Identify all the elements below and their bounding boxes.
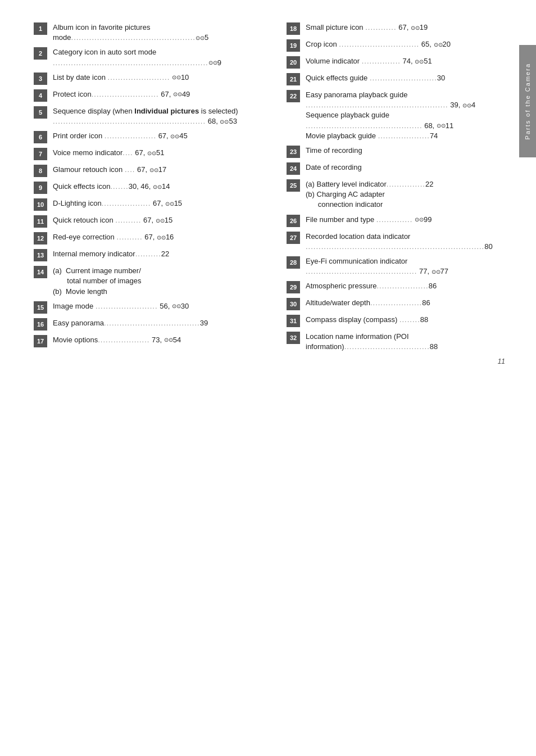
entry-17: 17 Movie options.................... 73,… <box>34 335 275 347</box>
entry-11-text: Quick retouch icon .......... 67, ⊙⊙15 <box>53 215 275 225</box>
badge-28: 28 <box>287 256 300 269</box>
entry-26: 26 File number and type .............. ⊙… <box>287 215 506 227</box>
entry-16-text: Easy panorama...........................… <box>53 318 275 328</box>
right-column: 18 Small picture icon ............ 67, ⊙… <box>287 22 506 357</box>
sidebar-tab: Parts of the Camera <box>519 45 536 157</box>
badge-6: 6 <box>34 131 47 143</box>
badge-25: 25 <box>287 179 300 192</box>
badge-30: 30 <box>287 298 300 310</box>
entry-23-text: Time of recording <box>306 146 506 156</box>
left-column: 1 Album icon in favorite pictures mode..… <box>34 22 275 357</box>
entry-21: 21 Quick effects guide .................… <box>287 73 506 85</box>
badge-17: 17 <box>34 335 47 347</box>
entry-18: 18 Small picture icon ............ 67, ⊙… <box>287 22 506 35</box>
badge-31: 31 <box>287 315 300 327</box>
badge-11: 11 <box>34 215 47 228</box>
entry-2: 2 Category icon in auto sort mode ......… <box>34 47 275 67</box>
entry-28: 28 Eye-Fi communication indicator ......… <box>287 256 506 277</box>
entry-23: 23 Time of recording <box>287 146 506 158</box>
entry-24-text: Date of recording <box>306 162 506 173</box>
entry-10-text: D-Lighting icon................... 67, ⊙… <box>53 198 275 209</box>
badge-4: 4 <box>34 89 47 102</box>
entry-4-text: Protect icon.......................... 6… <box>53 89 275 99</box>
entry-31: 31 Compass display (compass) ........88 <box>287 315 506 327</box>
entry-15: 15 Image mode ........................ 5… <box>34 301 275 314</box>
entry-32-text: Location name information (POI informati… <box>306 332 506 352</box>
entry-22: 22 Easy panorama playback guide ........… <box>287 90 506 141</box>
entry-14: 14 (a) Current image number/ total numbe… <box>34 266 275 297</box>
entry-7-text: Voice memo indicator.... 67, ⊙⊙51 <box>53 148 275 158</box>
entry-24: 24 Date of recording <box>287 162 506 175</box>
entry-2-text: Category icon in auto sort mode ........… <box>53 47 275 67</box>
entry-4: 4 Protect icon..........................… <box>34 89 275 102</box>
badge-1: 1 <box>34 22 47 35</box>
badge-24: 24 <box>287 162 300 175</box>
badge-27: 27 <box>287 232 300 244</box>
entry-20: 20 Volume indicator ............... 74, … <box>287 56 506 69</box>
entry-19: 19 Crop icon ...........................… <box>287 39 506 52</box>
entry-30: 30 Altitude/water depth.................… <box>287 298 506 310</box>
entry-15-text: Image mode ........................ 56, … <box>53 301 275 311</box>
badge-32: 32 <box>287 332 300 344</box>
entry-1: 1 Album icon in favorite pictures mode..… <box>34 22 275 43</box>
entry-31-text: Compass display (compass) ........88 <box>306 315 506 325</box>
badge-9: 9 <box>34 182 47 194</box>
sidebar-tab-label: Parts of the Camera <box>524 63 531 139</box>
entry-5: 5 Sequence display (when Individual pict… <box>34 106 275 126</box>
entry-6: 6 Print order icon .................... … <box>34 131 275 143</box>
badge-5: 5 <box>34 106 47 119</box>
entry-28-text: Eye-Fi communication indicator .........… <box>306 256 506 277</box>
entry-25-text: (a) Battery level indicator.............… <box>306 179 506 210</box>
entry-16: 16 Easy panorama........................… <box>34 318 275 331</box>
badge-3: 3 <box>34 73 47 85</box>
entry-18-text: Small picture icon ............ 67, ⊙⊙19 <box>306 22 506 33</box>
badge-12: 12 <box>34 232 47 245</box>
badge-21: 21 <box>287 73 300 85</box>
entry-10: 10 D-Lighting icon................... 67… <box>34 198 275 211</box>
entry-3-text: List by date icon ......................… <box>53 73 275 83</box>
badge-2: 2 <box>34 47 47 60</box>
entry-25: 25 (a) Battery level indicator..........… <box>287 179 506 210</box>
entry-29: 29 Atmospheric pressure.................… <box>287 281 506 293</box>
badge-18: 18 <box>287 22 300 35</box>
entry-3: 3 List by date icon ....................… <box>34 73 275 85</box>
entry-22-text: Easy panorama playback guide ...........… <box>306 90 506 141</box>
entry-9-text: Quick effects icon.......30, 46, ⊙⊙14 <box>53 182 275 192</box>
entry-6-text: Print order icon .................... 67… <box>53 131 275 141</box>
entry-5-text: Sequence display (when Individual pictur… <box>53 106 275 126</box>
entry-1-text: Album icon in favorite pictures mode....… <box>53 22 275 43</box>
entry-12: 12 Red-eye correction .......... 67, ⊙⊙1… <box>34 232 275 245</box>
entry-14-text: (a) Current image number/ total number o… <box>53 266 275 297</box>
badge-19: 19 <box>287 39 300 52</box>
entry-11: 11 Quick retouch icon .......... 67, ⊙⊙1… <box>34 215 275 228</box>
page-number: 11 <box>498 357 505 365</box>
badge-29: 29 <box>287 281 300 293</box>
badge-7: 7 <box>34 148 47 160</box>
badge-13: 13 <box>34 249 47 261</box>
badge-22: 22 <box>287 90 300 102</box>
badge-15: 15 <box>34 301 47 314</box>
entry-13: 13 Internal memory indicator..........22 <box>34 249 275 261</box>
page-container: 1 Album icon in favorite pictures mode..… <box>0 0 536 379</box>
entry-32: 32 Location name information (POI inform… <box>287 332 506 352</box>
badge-14: 14 <box>34 266 47 278</box>
badge-10: 10 <box>34 198 47 211</box>
badge-8: 8 <box>34 165 47 177</box>
badge-26: 26 <box>287 215 300 227</box>
badge-20: 20 <box>287 56 300 69</box>
entry-12-text: Red-eye correction .......... 67, ⊙⊙16 <box>53 232 275 242</box>
badge-23: 23 <box>287 146 300 158</box>
entry-8-text: Glamour retouch icon .... 67, ⊙⊙17 <box>53 165 275 175</box>
entry-26-text: File number and type .............. ⊙⊙99 <box>306 215 506 225</box>
entry-30-text: Altitude/water depth....................… <box>306 298 506 308</box>
entry-13-text: Internal memory indicator..........22 <box>53 249 275 259</box>
entry-29-text: Atmospheric pressure....................… <box>306 281 506 291</box>
entry-21-text: Quick effects guide ....................… <box>306 73 506 83</box>
badge-16: 16 <box>34 318 47 331</box>
entry-20-text: Volume indicator ............... 74, ⊙⊙5… <box>306 56 506 66</box>
entry-19-text: Crop icon ..............................… <box>306 39 506 49</box>
entry-9: 9 Quick effects icon.......30, 46, ⊙⊙14 <box>34 182 275 194</box>
entry-27-text: Recorded location data indicator .......… <box>306 232 506 252</box>
entry-7: 7 Voice memo indicator.... 67, ⊙⊙51 <box>34 148 275 160</box>
entry-27: 27 Recorded location data indicator ....… <box>287 232 506 252</box>
